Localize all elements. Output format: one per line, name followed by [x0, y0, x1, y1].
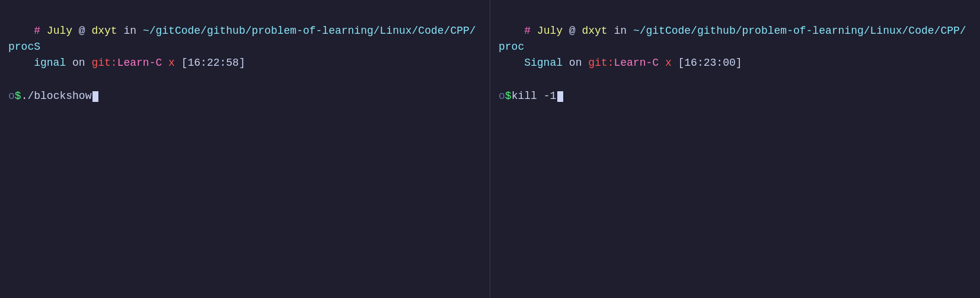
- x-right: x: [665, 57, 672, 69]
- hash-symbol: #: [34, 25, 47, 37]
- branch-left: Learn-C: [117, 57, 162, 69]
- git-word-right: git:: [588, 57, 614, 69]
- space-left: [162, 57, 168, 69]
- hostname-left: dxyt: [91, 25, 117, 37]
- command-line-left: o $ ./blockshow: [8, 88, 481, 104]
- prompt-line-2: # July @ dxyt in ~/gitCode/github/proble…: [499, 7, 972, 87]
- on-word-left: on: [66, 57, 91, 69]
- terminal-pane-right[interactable]: # July @ dxyt in ~/gitCode/github/proble…: [490, 0, 980, 298]
- in-word-left: in: [117, 25, 143, 37]
- time-left: [16:22:58]: [175, 57, 245, 69]
- terminal-pane-left[interactable]: # July @ dxyt in ~/gitCode/github/proble…: [0, 0, 490, 298]
- time-right: [16:23:00]: [672, 57, 742, 69]
- branch-right: Learn-C: [614, 57, 659, 69]
- dollar-right: $: [505, 88, 512, 104]
- in-word-right: in: [608, 25, 633, 37]
- circle-right: o: [499, 88, 505, 104]
- git-word-left: git:: [91, 57, 117, 69]
- command-text-right: kill -1: [512, 88, 557, 104]
- command-text-left: ./blockshow: [21, 88, 92, 104]
- at-symbol-left: @: [72, 25, 91, 37]
- username-left: July: [47, 25, 72, 37]
- at-symbol-right: @: [563, 25, 582, 37]
- hostname-right: dxyt: [582, 25, 607, 37]
- prompt-line-1: # July @ dxyt in ~/gitCode/github/proble…: [8, 7, 481, 87]
- command-line-right: o $ kill -1: [499, 88, 972, 104]
- x-left: x: [168, 57, 175, 69]
- on-word-right: on: [563, 57, 588, 69]
- dollar-left: $: [15, 88, 21, 104]
- username-right: July: [537, 25, 563, 37]
- cursor-left: [92, 91, 98, 102]
- space-right: [659, 57, 665, 69]
- circle-left: o: [8, 88, 15, 104]
- cursor-right: [557, 91, 563, 102]
- hash-symbol-right: #: [524, 25, 537, 37]
